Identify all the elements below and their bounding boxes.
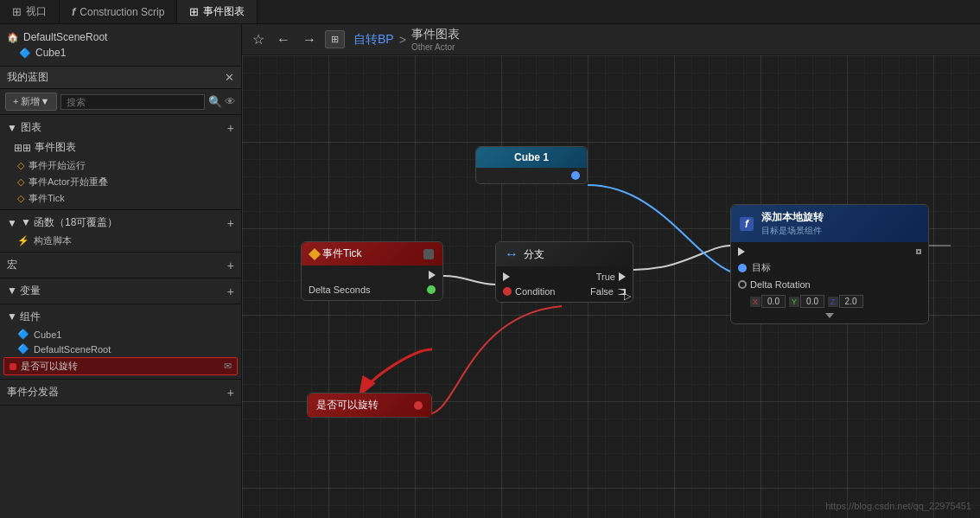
add-graph-button[interactable]: + (227, 122, 234, 134)
tab-bar: ⊞ 视口 f Construction Scrip ⊞ 事件图表 (0, 0, 980, 24)
event-tick-collapse[interactable] (423, 249, 434, 259)
macros-header[interactable]: 宏 + (0, 255, 241, 275)
rotatable-output-pin (414, 401, 423, 410)
components-section: ▼ 组件 🔷 Cube1 🔷 DefaultSceneRoot 是否可以旋转 ✉ (0, 304, 241, 380)
search-input[interactable] (60, 94, 205, 110)
tab-event-graph[interactable]: ⊞ 事件图表 (177, 0, 258, 23)
forward-button[interactable]: → (299, 30, 320, 49)
tab-construction-label: Construction Scrip (80, 6, 164, 18)
hierarchy-root-label: DefaultSceneRoot (23, 31, 107, 43)
graph-label: 图表 (21, 120, 41, 135)
cube1-comp-label: Cube1 (34, 329, 61, 340)
false-exec-out: ▷ (617, 289, 626, 295)
event-start-label: 事件开始运行 (29, 159, 86, 172)
tab-event-graph-label: 事件图表 (203, 4, 245, 19)
event-dispatchers-header[interactable]: 事件分发器 + (0, 382, 241, 402)
cube1-node-header: Cube 1 (476, 147, 587, 168)
grid-button[interactable]: ⊞ (325, 30, 345, 48)
bookmark-button[interactable]: ☆ (249, 29, 268, 49)
add-rotation-title: 添加本地旋转 (761, 210, 824, 225)
event-start-item[interactable]: ◇ 事件开始运行 (0, 157, 241, 174)
node-branch[interactable]: ↔ 分支 True (495, 241, 633, 303)
node-is-rotatable[interactable]: 是否可以旋转 (307, 393, 432, 418)
tab-viewport-label: 视口 (26, 4, 47, 19)
add-new-button[interactable]: + 新增▼ (5, 93, 57, 111)
add-rotation-subtitle: 目标是场景组件 (761, 225, 824, 237)
node-cube1[interactable]: Cube 1 (475, 146, 588, 184)
component-root[interactable]: 🔷 DefaultSceneRoot (0, 342, 241, 356)
add-dispatcher-button[interactable]: + (227, 387, 234, 399)
event-dispatchers-section: 事件分发器 + (0, 380, 241, 406)
tab-viewport[interactable]: ⊞ 视口 (0, 0, 60, 23)
search-bar: + 新增▼ 🔍 👁 (0, 89, 241, 115)
macros-label: 宏 (7, 258, 17, 272)
breadcrumb-sep: > (399, 33, 406, 47)
y-field: Y 0.0 (789, 295, 824, 308)
false-label: False (590, 286, 614, 297)
hierarchy-panel: 🏠 DefaultSceneRoot 🔷 Cube1 (0, 24, 241, 67)
branch-body: True Condition False ▷ (496, 266, 633, 302)
var-rotatable-item[interactable]: 是否可以旋转 ✉ (3, 357, 238, 375)
blueprint-panel-title: 我的蓝图 (7, 70, 48, 85)
search-icon[interactable]: 🔍 (208, 95, 222, 108)
tab-construction[interactable]: f Construction Scrip (60, 0, 177, 23)
true-label: True (596, 272, 615, 282)
var-flag-icon: ✉ (224, 361, 232, 372)
event-tick-item[interactable]: ◇ 事件Tick (0, 190, 241, 207)
event-tick-icon: ◇ (17, 193, 24, 204)
hierarchy-cube1-label: Cube1 (35, 47, 66, 59)
expand-chevron[interactable] (825, 313, 834, 318)
construct-script-item[interactable]: ⚡ 构造脚本 (0, 233, 241, 249)
cube1-title: Cube 1 (514, 151, 549, 163)
add-variable-button[interactable]: + (227, 285, 234, 297)
construct-label: 构造脚本 (34, 234, 72, 247)
is-rotatable-title: 是否可以旋转 (316, 398, 379, 412)
x-value[interactable]: 0.0 (761, 295, 786, 308)
branch-title: 分支 (524, 247, 544, 262)
event-tick-body: Delta Seconds (302, 265, 442, 300)
rot-exec-in (738, 247, 745, 256)
z-value[interactable]: 2.0 (839, 295, 863, 308)
event-overlap-item[interactable]: ◇ 事件Actor开始重叠 (0, 174, 241, 190)
cube1-comp-icon: 🔷 (17, 329, 29, 340)
add-macro-button[interactable]: + (227, 259, 234, 272)
event-graph-header[interactable]: ⊞⊞ 事件图表 (0, 137, 241, 157)
cube1-hierarchy-icon: 🔷 (19, 48, 31, 59)
node-event-tick[interactable]: 事件Tick Delta Seconds (301, 241, 443, 301)
add-function-button[interactable]: + (227, 217, 234, 229)
filter-icon[interactable]: 👁 (225, 95, 236, 108)
component-cube1[interactable]: 🔷 Cube1 (0, 327, 241, 342)
branch-header: ↔ 分支 (496, 242, 633, 266)
tick-diamond-icon (309, 247, 321, 259)
event-start-icon: ◇ (17, 160, 24, 171)
delta-rotation-label: Delta Rotation (750, 279, 811, 290)
functions-header[interactable]: ▼ ▼ 函数（18可覆盖） + (0, 213, 241, 233)
breadcrumb-bp[interactable]: 自转BP (353, 32, 394, 48)
z-field: Z 2.0 (828, 295, 863, 308)
root-comp-label: DefaultSceneRoot (34, 344, 111, 355)
var-dot-icon (10, 363, 16, 370)
construction-icon: f (72, 5, 75, 18)
bp-canvas[interactable]: Cube 1 事件Tick (242, 55, 980, 518)
event-graph-tree-label: 事件图表 (35, 140, 76, 155)
branch-exec-in (503, 272, 510, 281)
close-panel-button[interactable]: ✕ (225, 71, 234, 84)
variables-header[interactable]: ▼ 变量 + (0, 281, 241, 301)
back-button[interactable]: ← (273, 30, 294, 49)
variables-label: ▼ 变量 (7, 284, 41, 298)
variables-section: ▼ 变量 + (0, 278, 241, 304)
true-exec-out (619, 272, 626, 281)
graph-header[interactable]: ▼ 图表 + (0, 118, 241, 137)
event-tick-header: 事件Tick (302, 242, 442, 265)
root-comp-icon: 🔷 (17, 343, 29, 355)
components-label: ▼ 组件 (7, 310, 41, 324)
hierarchy-cube1[interactable]: 🔷 Cube1 (0, 45, 241, 61)
y-value[interactable]: 0.0 (800, 295, 824, 308)
f-function-icon: f (740, 217, 754, 231)
event-dispatchers-label: 事件分发器 (7, 385, 59, 400)
node-add-rotation[interactable]: f 添加本地旋转 目标是场景组件 (730, 204, 929, 324)
components-header[interactable]: ▼ 组件 (0, 307, 241, 327)
rot-exec-out (916, 249, 921, 254)
functions-label: ▼ 函数（18可覆盖） (21, 215, 118, 230)
event-tick-title: 事件Tick (322, 246, 362, 261)
